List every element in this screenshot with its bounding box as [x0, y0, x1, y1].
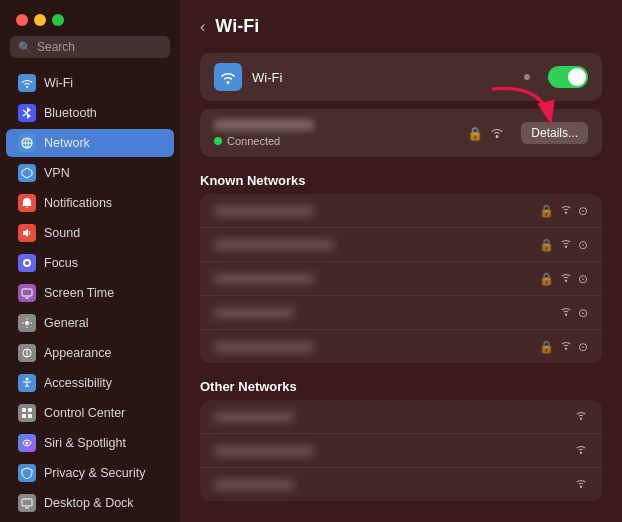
minimize-button[interactable]	[34, 14, 46, 26]
svg-point-12	[26, 442, 29, 445]
sidebar-item-focus[interactable]: Focus	[6, 249, 174, 277]
sidebar-item-bluetooth[interactable]: Bluetooth	[6, 99, 174, 127]
sidebar-item-general[interactable]: General	[6, 309, 174, 337]
sidebar-item-wifi[interactable]: Wi-Fi	[6, 69, 174, 97]
wifi-icon	[559, 305, 573, 320]
known-network-item[interactable]: 🔒 ⊙	[200, 262, 602, 296]
sidebar-label-controlcenter: Control Center	[44, 406, 125, 420]
sidebar-item-appearance[interactable]: Appearance	[6, 339, 174, 367]
sidebar-label-network: Network	[44, 136, 90, 150]
sidebar-item-siri[interactable]: Siri & Spotlight	[6, 429, 174, 457]
network-name-blurred	[214, 412, 294, 422]
connected-text: Connected	[227, 135, 280, 147]
wifi-icon	[18, 74, 36, 92]
search-input[interactable]: Search	[37, 40, 75, 54]
wifi-icon	[559, 203, 573, 218]
wifi-icon	[574, 409, 588, 424]
lock-icon: 🔒	[539, 204, 554, 218]
known-network-item[interactable]: 🔒 ⊙	[200, 330, 602, 363]
vpn-icon	[18, 164, 36, 182]
search-bar[interactable]: 🔍 Search	[10, 36, 170, 58]
accessibility-icon	[18, 374, 36, 392]
screentime-icon	[18, 284, 36, 302]
sidebar-label-privacy: Privacy & Security	[44, 466, 145, 480]
other-network-item[interactable]	[200, 468, 602, 501]
svg-rect-8	[22, 408, 26, 412]
other-network-item[interactable]	[200, 434, 602, 468]
sidebar-label-general: General	[44, 316, 88, 330]
svg-line-1	[23, 113, 27, 116]
wifi-icon	[559, 237, 573, 252]
more-icon[interactable]: ⊙	[578, 204, 588, 218]
more-icon[interactable]: ⊙	[578, 272, 588, 286]
sidebar-item-privacy[interactable]: Privacy & Security	[6, 459, 174, 487]
wifi-toggle-row: Wi-Fi	[200, 53, 602, 101]
connected-network-name	[214, 119, 314, 131]
sidebar-label-sound: Sound	[44, 226, 80, 240]
lock-icon: 🔒	[539, 340, 554, 354]
known-networks-header: Known Networks	[200, 173, 602, 188]
connected-status: Connected	[214, 135, 459, 147]
sidebar: 🔍 Search Wi-Fi Bluetooth Network	[0, 0, 180, 522]
network-icon	[18, 134, 36, 152]
close-button[interactable]	[16, 14, 28, 26]
wifi-status-dot	[524, 74, 530, 80]
search-icon: 🔍	[18, 41, 32, 54]
wifi-icon	[559, 339, 573, 354]
other-networks-header: Other Networks	[200, 379, 602, 394]
controlcenter-icon	[18, 404, 36, 422]
lock-icon: 🔒	[539, 272, 554, 286]
back-button[interactable]: ‹	[200, 18, 205, 36]
svg-rect-11	[28, 414, 32, 418]
sidebar-item-accessibility[interactable]: Accessibility	[6, 369, 174, 397]
svg-rect-10	[22, 414, 26, 418]
other-network-item[interactable]	[200, 400, 602, 434]
svg-rect-9	[28, 408, 32, 412]
sidebar-item-vpn[interactable]: VPN	[6, 159, 174, 187]
network-name-blurred	[214, 274, 314, 284]
maximize-button[interactable]	[52, 14, 64, 26]
sound-icon	[18, 224, 36, 242]
sidebar-item-desktop[interactable]: Desktop & Dock	[6, 489, 174, 517]
sidebar-label-notifications: Notifications	[44, 196, 112, 210]
svg-point-7	[26, 378, 29, 381]
bluetooth-icon	[18, 104, 36, 122]
details-button[interactable]: Details...	[521, 122, 588, 144]
sidebar-item-sound[interactable]: Sound	[6, 219, 174, 247]
wifi-icon	[574, 477, 588, 492]
focus-icon	[18, 254, 36, 272]
known-network-item[interactable]: ⊙	[200, 296, 602, 330]
connected-network-info: Connected	[214, 119, 459, 147]
network-item-icons	[574, 443, 588, 458]
wifi-toggle[interactable]	[548, 66, 588, 88]
sidebar-label-bluetooth: Bluetooth	[44, 106, 97, 120]
sidebar-item-network[interactable]: Network	[6, 129, 174, 157]
sidebar-label-screentime: Screen Time	[44, 286, 114, 300]
more-icon[interactable]: ⊙	[578, 306, 588, 320]
more-icon[interactable]: ⊙	[578, 340, 588, 354]
connected-network-row: Connected 🔒 Details...	[200, 109, 602, 157]
network-item-icons: 🔒 ⊙	[539, 203, 588, 218]
known-network-item[interactable]: 🔒 ⊙	[200, 228, 602, 262]
svg-point-5	[25, 321, 29, 325]
connected-network-icons: 🔒	[467, 125, 505, 142]
sidebar-label-wifi: Wi-Fi	[44, 76, 73, 90]
connected-dot	[214, 137, 222, 145]
lock-icon: 🔒	[539, 238, 554, 252]
network-item-icons: 🔒 ⊙	[539, 271, 588, 286]
svg-rect-13	[22, 499, 32, 506]
sidebar-item-controlcenter[interactable]: Control Center	[6, 399, 174, 427]
more-icon[interactable]: ⊙	[578, 238, 588, 252]
sidebar-label-focus: Focus	[44, 256, 78, 270]
lock-icon: 🔒	[467, 126, 483, 141]
sidebar-label-siri: Siri & Spotlight	[44, 436, 126, 450]
sidebar-label-desktop: Desktop & Dock	[44, 496, 134, 510]
network-name-blurred	[214, 446, 314, 456]
known-network-item[interactable]: 🔒 ⊙	[200, 194, 602, 228]
page-title: Wi-Fi	[215, 16, 259, 37]
network-item-icons: 🔒 ⊙	[539, 339, 588, 354]
sidebar-item-screentime[interactable]: Screen Time	[6, 279, 174, 307]
signal-icon	[489, 125, 505, 142]
sidebar-item-notifications[interactable]: Notifications	[6, 189, 174, 217]
sidebar-label-appearance: Appearance	[44, 346, 111, 360]
